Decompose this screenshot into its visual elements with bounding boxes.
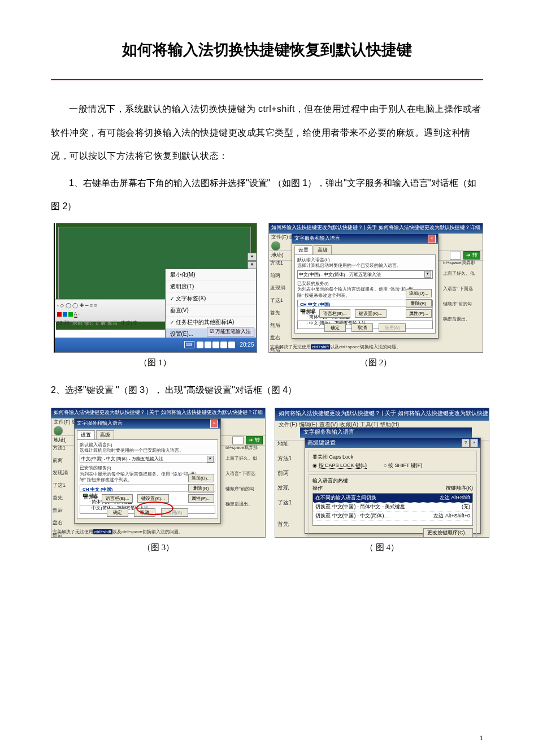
go-button[interactable]: ➔ 转 bbox=[246, 436, 263, 444]
back-icon[interactable] bbox=[54, 426, 63, 435]
taskbar-clock: 20:25 bbox=[240, 342, 254, 348]
tab-advanced[interactable]: 高级 bbox=[96, 430, 114, 439]
go-button[interactable]: ➔ 转 bbox=[463, 251, 480, 260]
flag-icon bbox=[232, 437, 244, 444]
add-button[interactable]: 添加(D)... bbox=[406, 289, 432, 297]
figure-2: 如何将输入法快捷键更改为默认快捷键？ | 关于 如何将输入法快捷键更改为默认快捷… bbox=[268, 223, 483, 353]
menu-minimize[interactable]: 最小化(M) bbox=[166, 269, 256, 281]
page-text-right: trl+space我弄那上面了好久。似 入语言" 下面选键顺序"前的勾 确定后退… bbox=[443, 260, 481, 322]
divider bbox=[51, 79, 483, 80]
ie-titlebar: 如何将输入法快捷键更改为默认快捷键？ | 关于 如何将输入法快捷键更改为默认快捷 bbox=[275, 408, 489, 421]
language-bar-button[interactable]: 语言栏(B)... bbox=[102, 494, 133, 503]
tab-advanced[interactable]: 高级 bbox=[314, 245, 332, 254]
list-item: 切换至 中文(中国) - 中文(简体)…左边 Alt+Shift+0 bbox=[313, 512, 472, 521]
list-item: 在不同的输入语言之间切换左边 Alt+Shift bbox=[313, 494, 472, 503]
footer-text: 完美解决了无法使用ctrl+shift以及ctrl+space切换输入法的问题。 bbox=[270, 344, 481, 350]
radio-shift[interactable]: ○ 按 SHIFT 键(F) bbox=[384, 462, 422, 469]
chevron-down-icon[interactable]: ▾ bbox=[424, 271, 431, 278]
page-number: 1 bbox=[480, 734, 483, 742]
step-1: 1、右键单击屏幕右下角的输入法图标并选择"设置" （如图 1），弹出"文字服务和… bbox=[51, 171, 483, 218]
cancel-button[interactable]: 取消 bbox=[351, 323, 373, 332]
tab-settings[interactable]: 设置 bbox=[294, 245, 312, 254]
key-settings-button[interactable]: 键设置(K)... bbox=[355, 309, 386, 318]
figure-4: 如何将输入法快捷键更改为默认快捷键？ | 关于 如何将输入法快捷键更改为默认快捷… bbox=[275, 408, 489, 538]
ie-titlebar: 如何将输入法快捷键更改为默认快捷键？ | 关于 如何将输入法快捷键更改为默认快捷… bbox=[269, 223, 483, 234]
step-2: 2、选择"键设置 "（图 3）， 出现"高级键设置"对话框（图 4） bbox=[51, 378, 483, 402]
cancel-button[interactable]: 取消 bbox=[134, 508, 155, 517]
flag-icon bbox=[450, 252, 461, 260]
add-button[interactable]: 添加(D)... bbox=[188, 474, 214, 482]
default-lang-label: 默认输入语言(L) 选择计算机启动时要使用的一个已安装的输入语言。 bbox=[297, 257, 433, 269]
change-key-sequence-button[interactable]: 更改按键顺序(C)... bbox=[423, 528, 473, 538]
close-icon[interactable]: × bbox=[428, 235, 436, 243]
dialog-title: 文字服务和输入语言 bbox=[294, 235, 340, 243]
windows-taskbar: ⌨ 20:25 bbox=[55, 338, 257, 352]
page-text-left: 方法1前两发现消 了这1首先然后 盘右然后再次 bbox=[270, 260, 289, 341]
key-settings-button[interactable]: 键设置(K)... bbox=[137, 494, 168, 503]
ok-button[interactable]: 确定 bbox=[107, 508, 128, 517]
figure-1: ▴▾□ ▫ ◇ ◯ ◯ ✚ ━ ≡ ≡ A · 12 列 录制 修订 扩展 改写… bbox=[54, 223, 257, 353]
text-services-dialog: 文字服务和输入语言× 设置 高级 默认输入语言(L) 选择计算机启动时要使用的一… bbox=[292, 234, 439, 339]
page-title: 如何将输入法切换快捷键恢复到默认快捷键 bbox=[51, 40, 483, 60]
intro-paragraph: 一般情况下，系统默认的输入法切换快捷键为 ctrl+shift，但在使用过程中由… bbox=[51, 97, 483, 168]
menu-text-labels[interactable]: 文字标签(X) bbox=[166, 293, 256, 305]
page-text-left: 地址方法1前两 发现了这1 首先 bbox=[277, 440, 298, 528]
hotkey-list[interactable]: 在不同的输入语言之间切换左边 Alt+Shift 切换至 中文(中国) - 简体… bbox=[312, 493, 473, 526]
system-tray bbox=[197, 342, 235, 348]
preferences-group: 首选项 语言栏(B)... 键设置(K)... bbox=[297, 306, 433, 321]
hotkeys-group: 输入语言的热键 操作按键顺序(K) 在不同的输入语言之间切换左边 Alt+Shi… bbox=[309, 474, 477, 538]
caption-4: （ 图 4） bbox=[365, 542, 399, 553]
ok-button[interactable]: 确定 bbox=[324, 323, 346, 332]
language-bar-button[interactable]: 语言栏(B)... bbox=[319, 309, 350, 318]
addr-label: 地址( bbox=[271, 252, 283, 259]
text-services-titlebar: 文字服务和输入语言 bbox=[300, 427, 472, 438]
language-indicator[interactable]: ⌨ bbox=[184, 341, 194, 348]
advanced-key-settings-dialog: 高级键设置 ?× 要关闭 Caps Lock ◉ 按 CAPS LOCK 键(L… bbox=[305, 438, 481, 534]
caption-2: （图 2） bbox=[360, 357, 392, 368]
list-item: 切换至 中文(中国) - 简体中文 - 美式键盘(无) bbox=[313, 503, 472, 512]
chevron-down-icon[interactable]: ▾ bbox=[207, 456, 214, 463]
help-icon[interactable]: ? bbox=[462, 439, 470, 447]
ime-toolbar-label[interactable]: ☑ 万能五笔输入法 bbox=[207, 327, 254, 336]
back-icon[interactable] bbox=[271, 241, 280, 250]
figure-3: 如何将输入法快捷键更改为默认快捷键？ | 关于 如何将输入法快捷键更改为默认快捷… bbox=[51, 408, 266, 538]
capslock-group: 要关闭 Caps Lock ◉ 按 CAPS LOCK 键(L) ○ 按 SHI… bbox=[309, 451, 477, 472]
text-services-dialog: 文字服务和输入语言× 设置 高级 默认输入语言(L) 选择计算机启动时要使用的一… bbox=[74, 418, 221, 524]
figure-row-2: 如何将输入法快捷键更改为默认快捷键？ | 关于 如何将输入法快捷键更改为默认快捷… bbox=[51, 408, 483, 553]
default-lang-combo[interactable]: 中文(中国) - 中文(简体) - 万能五笔输入法▾ bbox=[80, 455, 215, 463]
caption-1: （图 1） bbox=[139, 357, 171, 368]
radio-capslock[interactable]: ◉ 按 CAPS LOCK 键(L) bbox=[312, 462, 367, 469]
apply-button[interactable]: 应用(A) bbox=[161, 508, 189, 517]
tab-settings[interactable]: 设置 bbox=[77, 430, 95, 439]
close-icon[interactable]: × bbox=[470, 439, 478, 447]
figure-row-1: ▴▾□ ▫ ◇ ◯ ◯ ✚ ━ ≡ ≡ A · 12 列 录制 修订 扩展 改写… bbox=[51, 223, 483, 368]
document-page: 如何将输入法切换快捷键恢复到默认快捷键 一般情况下，系统默认的输入法切换快捷键为… bbox=[0, 0, 534, 756]
apply-button[interactable]: 应用(A) bbox=[379, 323, 406, 332]
close-icon[interactable]: × bbox=[210, 420, 218, 428]
menu-transparency[interactable]: 透明度(T) bbox=[166, 281, 256, 293]
menu-vertical[interactable]: 垂直(V) bbox=[166, 305, 256, 317]
dialog-title: 高级键设置 bbox=[307, 439, 336, 447]
default-lang-combo[interactable]: 中文(中国) - 中文(简体) - 万能五笔输入法▾ bbox=[297, 270, 433, 279]
caption-3: （图 3） bbox=[142, 542, 174, 553]
